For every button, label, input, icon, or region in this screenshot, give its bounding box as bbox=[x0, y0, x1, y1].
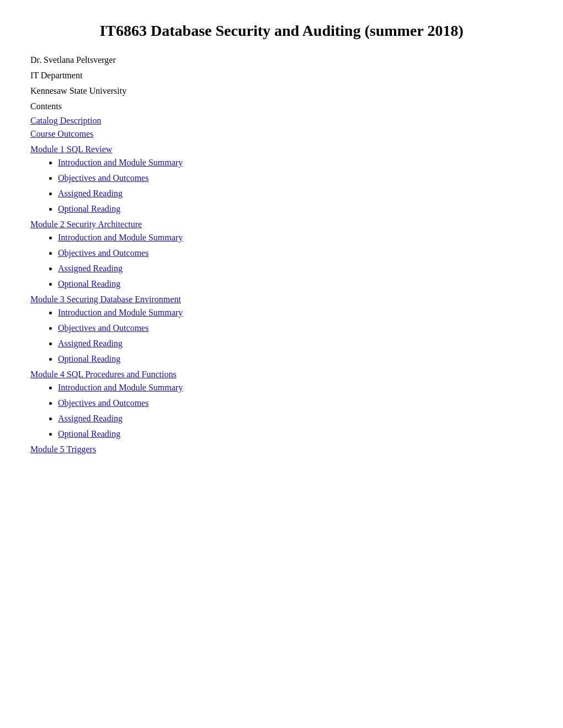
list-item: Objectives and Outcomes bbox=[58, 173, 533, 183]
list-item: Introduction and Module Summary bbox=[58, 158, 533, 168]
module4-optional-link[interactable]: Optional Reading bbox=[58, 429, 120, 438]
module2-intro-link[interactable]: Introduction and Module Summary bbox=[58, 233, 183, 242]
module2-items: Introduction and Module Summary Objectiv… bbox=[30, 233, 533, 289]
module2-section: Module 2 Security Architecture Introduct… bbox=[30, 220, 533, 289]
top-links-container: Catalog Description Course Outcomes bbox=[30, 116, 533, 139]
module3-optional-link[interactable]: Optional Reading bbox=[58, 354, 120, 363]
list-item: Introduction and Module Summary bbox=[58, 233, 533, 243]
module3-objectives-link[interactable]: Objectives and Outcomes bbox=[58, 323, 148, 333]
module4-section: Module 4 SQL Procedures and Functions In… bbox=[30, 370, 533, 439]
module3-intro-link[interactable]: Introduction and Module Summary bbox=[58, 308, 183, 317]
list-item: Introduction and Module Summary bbox=[58, 383, 533, 393]
course-outcomes-link[interactable]: Course Outcomes bbox=[30, 129, 533, 139]
module3-reading-link[interactable]: Assigned Reading bbox=[58, 339, 123, 348]
list-item: Introduction and Module Summary bbox=[58, 308, 533, 318]
module2-objectives-link[interactable]: Objectives and Outcomes bbox=[58, 248, 148, 258]
module4-intro-link[interactable]: Introduction and Module Summary bbox=[58, 383, 183, 392]
list-item: Assigned Reading bbox=[58, 339, 533, 349]
list-item: Objectives and Outcomes bbox=[58, 398, 533, 408]
contents-label: Contents bbox=[30, 101, 533, 111]
module5-title-link[interactable]: Module 5 Triggers bbox=[30, 445, 533, 454]
instructor-name: Dr. Svetlana Peltsverger bbox=[30, 55, 533, 65]
module3-items: Introduction and Module Summary Objectiv… bbox=[30, 308, 533, 364]
module4-items: Introduction and Module Summary Objectiv… bbox=[30, 383, 533, 439]
module1-items: Introduction and Module Summary Objectiv… bbox=[30, 158, 533, 214]
list-item: Assigned Reading bbox=[58, 414, 533, 424]
module1-section: Module 1 SQL Review Introduction and Mod… bbox=[30, 144, 533, 214]
module2-optional-link[interactable]: Optional Reading bbox=[58, 279, 120, 288]
university-name: Kennesaw State University bbox=[30, 86, 533, 96]
module4-reading-link[interactable]: Assigned Reading bbox=[58, 414, 123, 423]
list-item: Optional Reading bbox=[58, 279, 533, 289]
module1-title-link[interactable]: Module 1 SQL Review bbox=[30, 144, 533, 154]
catalog-description-link[interactable]: Catalog Description bbox=[30, 116, 533, 126]
module4-objectives-link[interactable]: Objectives and Outcomes bbox=[58, 398, 148, 408]
module3-section: Module 3 Securing Database Environment I… bbox=[30, 295, 533, 364]
module4-title-link[interactable]: Module 4 SQL Procedures and Functions bbox=[30, 370, 533, 379]
module1-objectives-link[interactable]: Objectives and Outcomes bbox=[58, 173, 148, 183]
module2-reading-link[interactable]: Assigned Reading bbox=[58, 264, 123, 273]
module1-reading-link[interactable]: Assigned Reading bbox=[58, 189, 123, 198]
list-item: Objectives and Outcomes bbox=[58, 248, 533, 258]
page-title: IT6863 Database Security and Auditing (s… bbox=[30, 22, 533, 40]
module3-title-link[interactable]: Module 3 Securing Database Environment bbox=[30, 295, 533, 304]
list-item: Objectives and Outcomes bbox=[58, 323, 533, 333]
module2-title-link[interactable]: Module 2 Security Architecture bbox=[30, 220, 533, 229]
module1-optional-link[interactable]: Optional Reading bbox=[58, 204, 120, 213]
list-item: Optional Reading bbox=[58, 429, 533, 439]
department-name: IT Department bbox=[30, 71, 533, 81]
module1-intro-link[interactable]: Introduction and Module Summary bbox=[58, 158, 183, 167]
list-item: Assigned Reading bbox=[58, 189, 533, 199]
list-item: Assigned Reading bbox=[58, 264, 533, 274]
module5-section: Module 5 Triggers bbox=[30, 445, 533, 454]
list-item: Optional Reading bbox=[58, 354, 533, 364]
list-item: Optional Reading bbox=[58, 204, 533, 214]
